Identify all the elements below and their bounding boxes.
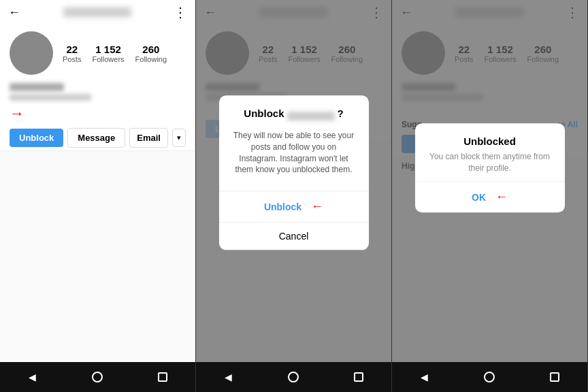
red-arrow-1: → bbox=[10, 105, 24, 122]
home-circle-3 bbox=[484, 372, 495, 382]
dialog-ok-action[interactable]: OK ← bbox=[415, 181, 565, 212]
nav-back-2[interactable]: ◀ bbox=[221, 370, 236, 385]
bio-blurred-1 bbox=[10, 94, 91, 101]
email-button-1[interactable]: Email bbox=[129, 128, 168, 148]
username-blurred-1 bbox=[63, 7, 131, 17]
back-triangle-3: ◀ bbox=[421, 372, 428, 382]
back-arrow-1[interactable]: ← bbox=[8, 5, 20, 20]
dialog-body-text-2: They will now be able to see your posts … bbox=[231, 130, 357, 176]
dialog-cancel-action[interactable]: Cancel bbox=[219, 223, 369, 250]
nav-home-2[interactable] bbox=[286, 370, 301, 385]
stat-following-1: 260 Following bbox=[135, 44, 167, 63]
nav-recents-1[interactable] bbox=[155, 370, 170, 385]
unblocked-body-text: You can block them anytime from their pr… bbox=[427, 152, 553, 175]
followers-count-1: 1 152 bbox=[95, 44, 121, 55]
unblocked-title: Unblocked bbox=[427, 136, 553, 148]
arrow-indicator-1: → bbox=[0, 105, 195, 122]
dialog-username-blurred bbox=[287, 112, 335, 120]
dialog-title-2: Unblock bbox=[244, 108, 284, 119]
name-blurred-1 bbox=[10, 83, 64, 91]
android-nav-2: ◀ bbox=[196, 362, 391, 392]
nav-home-1[interactable] bbox=[90, 370, 105, 385]
stat-followers-1: 1 152 Followers bbox=[93, 44, 125, 63]
profile-section-1: 22 Posts 1 152 Followers 260 Following bbox=[0, 24, 195, 82]
avatar-1 bbox=[10, 31, 53, 75]
nav-back-1[interactable]: ◀ bbox=[25, 370, 40, 385]
stats-row-1: 22 Posts 1 152 Followers 260 Following bbox=[63, 44, 167, 63]
followers-label-1: Followers bbox=[93, 55, 125, 63]
panel-3-unblocked: ← ⋮ 22 Posts 1 152 Followers 260 Followi… bbox=[392, 0, 588, 392]
unblocked-dialog: Unblocked You can block them anytime fro… bbox=[415, 124, 565, 213]
name-section-1 bbox=[0, 82, 195, 105]
following-label-1: Following bbox=[135, 55, 167, 63]
posts-label-1: Posts bbox=[63, 55, 82, 63]
dialog-unblock-action[interactable]: Unblock ← bbox=[219, 192, 369, 223]
content-area-1 bbox=[0, 150, 195, 362]
home-circle-1 bbox=[92, 372, 103, 382]
ok-text: OK bbox=[472, 192, 486, 203]
dialog-unblock-text: Unblock bbox=[264, 201, 301, 212]
nav-recents-2[interactable] bbox=[351, 370, 366, 385]
recents-square-1 bbox=[158, 372, 167, 382]
back-triangle-2: ◀ bbox=[225, 372, 232, 382]
unblocked-dialog-body: Unblocked You can block them anytime fro… bbox=[415, 124, 565, 182]
nav-recents-3[interactable] bbox=[547, 370, 562, 385]
dialog-title-qmark: ? bbox=[338, 108, 344, 119]
android-nav-1: ◀ bbox=[0, 362, 195, 392]
red-arrow-dialog: ← bbox=[311, 200, 323, 214]
recents-square-2 bbox=[354, 372, 363, 382]
red-arrow-ok: ← bbox=[495, 190, 508, 204]
unblock-dialog: Unblock ? They will now be able to see y… bbox=[219, 95, 369, 250]
home-circle-2 bbox=[288, 372, 299, 382]
android-nav-3: ◀ bbox=[392, 362, 587, 392]
panel-2-unblock-dialog: ← ⋮ 22 Posts 1 152 Followers 260 Followi… bbox=[196, 0, 392, 392]
top-nav-1: ← ⋮ bbox=[0, 0, 195, 24]
following-count-1: 260 bbox=[142, 44, 159, 55]
action-buttons-1: Unblock Message Email ▾ bbox=[0, 125, 195, 150]
posts-count-1: 22 bbox=[66, 44, 78, 55]
dialog-body-2: Unblock ? They will now be able to see y… bbox=[219, 95, 369, 182]
unblock-button-1[interactable]: Unblock bbox=[10, 129, 63, 147]
nav-home-3[interactable] bbox=[482, 370, 497, 385]
recents-square-3 bbox=[550, 372, 559, 382]
dots-menu-1[interactable]: ⋮ bbox=[174, 4, 187, 20]
back-triangle-1: ◀ bbox=[29, 372, 36, 382]
stat-posts-1: 22 Posts bbox=[63, 44, 82, 63]
message-button-1[interactable]: Message bbox=[67, 128, 125, 148]
nav-back-3[interactable]: ◀ bbox=[417, 370, 432, 385]
panel-1-profile: ← ⋮ 22 Posts 1 152 Followers 260 Followi… bbox=[0, 0, 196, 392]
dropdown-button-1[interactable]: ▾ bbox=[172, 129, 186, 147]
